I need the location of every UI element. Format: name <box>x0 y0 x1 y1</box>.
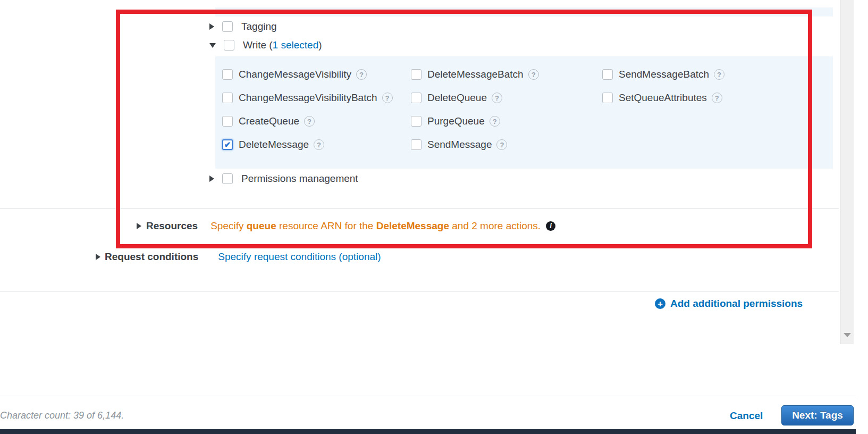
write-label: Write (1 selected) <box>243 39 322 51</box>
help-question-icon[interactable]: ? <box>382 93 393 103</box>
action-label: ChangeMessageVisibilityBatch <box>239 92 377 104</box>
section-divider <box>0 208 839 209</box>
action-checkbox[interactable] <box>411 93 422 103</box>
add-additional-permissions-label: Add additional permissions <box>670 298 803 310</box>
iam-visual-editor-page: Tagging Write (1 selected) ChangeMessage… <box>0 0 868 434</box>
action-item-createqueue[interactable]: CreateQueue ? <box>222 110 393 133</box>
action-checkbox-checked[interactable] <box>222 139 233 150</box>
action-item-deletemessagebatch[interactable]: DeleteMessageBatch ? <box>411 63 539 86</box>
write-checkbox[interactable] <box>224 40 234 51</box>
section-divider <box>0 291 839 291</box>
help-question-icon[interactable]: ? <box>490 116 500 127</box>
write-actions-panel: ChangeMessageVisibility ? ChangeMessageV… <box>215 56 833 169</box>
action-item-changemessagevisibility[interactable]: ChangeMessageVisibility ? <box>222 63 393 86</box>
action-label: SendMessage <box>427 139 492 151</box>
resources-hint-pre: Specify <box>210 220 247 231</box>
expand-collapsed-icon[interactable] <box>96 254 100 260</box>
expand-collapsed-icon[interactable] <box>137 223 141 229</box>
resources-label: Resources <box>146 220 198 232</box>
action-label: DeleteQueue <box>427 92 487 104</box>
write-label-suffix: ) <box>318 39 322 51</box>
help-question-icon[interactable]: ? <box>712 93 722 103</box>
request-conditions-section-row: Request conditions Specify request condi… <box>96 249 381 265</box>
action-checkbox[interactable] <box>222 69 233 80</box>
action-checkbox[interactable] <box>602 93 613 103</box>
action-checkbox[interactable] <box>222 116 233 127</box>
help-question-icon[interactable]: ? <box>528 69 539 80</box>
next-tags-button[interactable]: Next: Tags <box>781 405 854 425</box>
action-item-purgequeue[interactable]: PurgeQueue ? <box>411 110 539 133</box>
action-label: CreateQueue <box>239 115 299 127</box>
help-question-icon[interactable]: ? <box>356 69 367 80</box>
action-item-deletequeue[interactable]: DeleteQueue ? <box>411 86 539 110</box>
access-level-row-write: Write (1 selected) <box>209 38 322 53</box>
access-level-row-permissions-management: Permissions management <box>209 171 358 186</box>
previous-actions-panel-sliver <box>215 7 833 16</box>
cancel-button[interactable]: Cancel <box>730 410 763 422</box>
expand-collapsed-icon[interactable] <box>209 176 214 182</box>
action-item-sendmessagebatch[interactable]: SendMessageBatch ? <box>602 63 724 86</box>
help-question-icon[interactable]: ? <box>314 139 324 150</box>
help-question-icon[interactable]: ? <box>496 139 507 150</box>
action-checkbox[interactable] <box>411 116 422 127</box>
action-item-deletemessage[interactable]: DeleteMessage ? <box>222 133 393 156</box>
write-actions-column-2: DeleteMessageBatch ? DeleteQueue ? Purge… <box>411 63 539 156</box>
expand-collapsed-icon[interactable] <box>209 23 214 30</box>
footer-divider <box>0 396 856 396</box>
action-label: ChangeMessageVisibility <box>239 69 351 80</box>
write-actions-column-1: ChangeMessageVisibility ? ChangeMessageV… <box>222 63 393 156</box>
action-label: PurgeQueue <box>427 115 485 127</box>
action-item-changemessagevisibilitybatch[interactable]: ChangeMessageVisibilityBatch ? <box>222 86 393 110</box>
resources-hint-action: DeleteMessage <box>376 220 449 231</box>
expand-open-icon[interactable] <box>209 43 216 48</box>
action-label: SendMessageBatch <box>619 69 709 80</box>
help-question-icon[interactable]: ? <box>492 93 502 103</box>
help-question-icon[interactable]: ? <box>714 69 724 80</box>
action-label: DeleteMessageBatch <box>427 69 524 80</box>
character-count-status: Character count: 39 of 6,144. <box>0 410 124 421</box>
action-label: SetQueueAttributes <box>619 92 707 104</box>
action-checkbox[interactable] <box>222 93 233 103</box>
request-conditions-label: Request conditions <box>105 251 198 263</box>
resources-hint-mid: resource ARN for the <box>276 220 376 231</box>
action-checkbox[interactable] <box>411 69 422 80</box>
specify-request-conditions-link[interactable]: Specify request conditions (optional) <box>218 251 381 263</box>
add-additional-permissions-button[interactable]: + Add additional permissions <box>655 296 803 312</box>
plus-circle-icon[interactable]: + <box>655 298 665 309</box>
write-label-prefix: Write ( <box>243 39 273 51</box>
write-actions-column-3: SendMessageBatch ? SetQueueAttributes ? <box>602 63 724 110</box>
scroll-down-arrow-icon[interactable] <box>844 333 851 337</box>
info-icon[interactable]: i <box>546 221 555 231</box>
permissions-management-label: Permissions management <box>241 173 358 185</box>
console-footer-bar <box>0 429 856 434</box>
help-question-icon[interactable]: ? <box>304 116 315 127</box>
permissions-management-checkbox[interactable] <box>222 173 233 184</box>
resources-warning-text[interactable]: Specify queue resource ARN for the Delet… <box>210 220 541 232</box>
action-label: DeleteMessage <box>239 139 309 151</box>
tagging-checkbox[interactable] <box>222 21 233 32</box>
resources-hint-queue: queue <box>247 220 276 231</box>
action-item-sendmessage[interactable]: SendMessage ? <box>411 133 539 156</box>
action-item-setqueueattributes[interactable]: SetQueueAttributes ? <box>602 86 724 110</box>
tagging-label: Tagging <box>241 21 277 32</box>
resources-section-row: Resources Specify queue resource ARN for… <box>137 217 555 235</box>
resources-hint-post: and 2 more actions. <box>449 220 541 231</box>
write-selected-count-link[interactable]: 1 selected <box>273 39 319 51</box>
action-checkbox[interactable] <box>602 69 613 80</box>
access-level-row-tagging: Tagging <box>209 19 277 34</box>
action-checkbox[interactable] <box>411 139 422 150</box>
vertical-scrollbar[interactable] <box>840 0 854 344</box>
